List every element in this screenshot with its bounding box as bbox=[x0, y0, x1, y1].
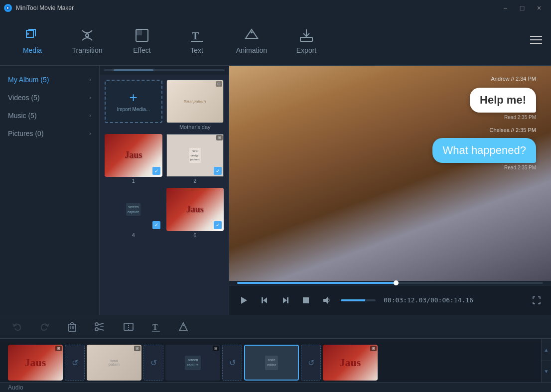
step-back-button[interactable] bbox=[258, 294, 271, 307]
timeline-transition-2[interactable]: ↺ bbox=[143, 345, 163, 381]
media-label: Media bbox=[23, 46, 42, 54]
time-display: 00:03:12.03/00:06:14.16 bbox=[384, 296, 522, 304]
split-button[interactable] bbox=[120, 320, 138, 333]
toolbar-items: Media Transition Effect T Text bbox=[5, 18, 334, 63]
import-label: Import Media... bbox=[117, 107, 150, 112]
timeline-transition-4[interactable]: ↺ bbox=[301, 345, 321, 381]
tl-1-badge: ⊞ bbox=[55, 346, 62, 351]
toolbar-media[interactable]: Media bbox=[5, 18, 60, 63]
check-badge-1: ✓ bbox=[152, 167, 160, 175]
timeline-item-1[interactable]: Jaus ⊞ bbox=[8, 345, 63, 381]
seekbar-container[interactable] bbox=[229, 281, 551, 285]
transition-label: Transition bbox=[72, 46, 103, 54]
mothers-day-wrapper: ⊞ floral pattern Mother's day bbox=[166, 80, 224, 130]
mothers-day-item[interactable]: ⊞ floral pattern bbox=[166, 80, 224, 123]
transition-icon bbox=[79, 27, 95, 43]
timeline-transition-1[interactable]: ↺ bbox=[65, 345, 85, 381]
volume-slider[interactable] bbox=[341, 299, 376, 301]
sidebar-item-music[interactable]: Music (5) › bbox=[0, 107, 99, 125]
sidebar-item-album[interactable]: My Album (5) › bbox=[0, 71, 99, 89]
restore-button[interactable]: □ bbox=[514, 1, 530, 15]
toolbar: Media Transition Effect T Text bbox=[0, 16, 551, 66]
step-forward-button[interactable] bbox=[279, 294, 292, 307]
audio-label: Audio bbox=[0, 382, 551, 392]
timeline-item-4[interactable]: codeeditor bbox=[244, 345, 299, 381]
cut-button[interactable] bbox=[91, 320, 110, 333]
text-icon: T bbox=[189, 27, 205, 43]
media-scrollbar-track[interactable] bbox=[104, 69, 225, 71]
timeline-item-2[interactable]: floralpattern ⊞ bbox=[87, 345, 141, 381]
item4-label: 4 bbox=[105, 232, 162, 238]
fullscreen-button[interactable] bbox=[530, 294, 543, 307]
svg-marker-12 bbox=[241, 297, 247, 304]
media-item-1[interactable]: Jaus ✓ bbox=[105, 134, 162, 177]
pictures-chevron: › bbox=[89, 130, 91, 137]
toolbar-transition[interactable]: Transition bbox=[60, 18, 115, 63]
delete-button[interactable] bbox=[64, 320, 81, 334]
media-item-4[interactable]: screencapture ✓ bbox=[105, 188, 162, 231]
import-media-button[interactable]: + Import Media... bbox=[105, 80, 162, 123]
svg-rect-7 bbox=[300, 37, 312, 41]
item1-label: 1 bbox=[105, 178, 162, 184]
album-chevron: › bbox=[89, 76, 91, 83]
andrew-sender: Andrew // 2:34 PM bbox=[432, 76, 536, 82]
check-badge-4: ✓ bbox=[152, 221, 160, 229]
svg-point-6 bbox=[251, 31, 253, 33]
seekbar[interactable] bbox=[237, 282, 543, 284]
volume-button[interactable] bbox=[320, 294, 333, 307]
hamburger-menu[interactable] bbox=[526, 31, 546, 50]
tl-2-badge: ⊞ bbox=[134, 346, 140, 351]
undo-button[interactable] bbox=[8, 320, 26, 334]
media-scrollbar-thumb bbox=[114, 69, 153, 71]
text-tool-button[interactable]: T bbox=[147, 320, 164, 334]
svg-point-36 bbox=[183, 325, 184, 326]
svg-marker-13 bbox=[263, 297, 267, 303]
transition-arrow-2: ↺ bbox=[150, 358, 157, 368]
timeline-scroll[interactable]: Jaus ⊞ ↺ floralpattern ⊞ ↺ screencapture… bbox=[0, 339, 551, 386]
plus-icon: + bbox=[130, 91, 138, 105]
window-controls: − □ × bbox=[497, 1, 547, 15]
tl-5-badge: ⊞ bbox=[370, 346, 377, 351]
redo-button[interactable] bbox=[36, 320, 54, 334]
minimize-button[interactable]: − bbox=[497, 1, 513, 15]
toolbar-text[interactable]: T Text bbox=[169, 18, 224, 63]
stop-button[interactable] bbox=[300, 294, 312, 306]
chat-bubble-1: Help me! bbox=[470, 88, 536, 113]
export-icon bbox=[298, 27, 314, 43]
toolbar-export[interactable]: Export bbox=[279, 18, 334, 63]
sidebar-item-pictures[interactable]: Pictures (0) › bbox=[0, 125, 99, 142]
tl-thumb-2: floralpattern bbox=[87, 345, 141, 381]
item6-label: 6 bbox=[166, 232, 224, 238]
transition-arrow-1: ↺ bbox=[72, 358, 78, 368]
tl-thumb-3: screencapture bbox=[165, 345, 220, 381]
timeline-scroll-up[interactable]: ▲ bbox=[542, 339, 551, 361]
close-button[interactable]: × bbox=[531, 1, 547, 15]
tl-3-badge: ⊞ bbox=[213, 346, 219, 351]
svg-rect-14 bbox=[262, 297, 263, 303]
titlebar: MiniTool Movie Maker − □ × bbox=[0, 0, 551, 16]
animation-tool-button[interactable] bbox=[174, 320, 192, 334]
timeline-transition-3[interactable]: ↺ bbox=[222, 345, 242, 381]
animation-label: Animation bbox=[236, 46, 267, 54]
read-receipt-1: Read 2:35 PM bbox=[432, 115, 536, 120]
bottom-toolbar: T bbox=[0, 315, 551, 339]
timeline-item-3[interactable]: screencapture ⊞ bbox=[165, 345, 220, 381]
svg-marker-15 bbox=[283, 297, 287, 303]
timeline-scroll-down[interactable]: ▼ bbox=[542, 361, 551, 383]
item2-label: 2 bbox=[166, 178, 224, 184]
export-label: Export bbox=[296, 46, 316, 54]
timeline-item-5[interactable]: Jaus ⊞ bbox=[323, 345, 378, 381]
play-button[interactable] bbox=[237, 294, 250, 307]
animation-icon bbox=[244, 27, 260, 43]
chat-bubble-2: What happened? bbox=[432, 138, 536, 163]
svg-marker-18 bbox=[323, 297, 328, 304]
videos-chevron: › bbox=[89, 94, 91, 101]
media-item-1-wrapper: Jaus ✓ 1 bbox=[105, 134, 162, 184]
toolbar-effect[interactable]: Effect bbox=[115, 18, 169, 63]
read-receipt-2: Read 2:35 PM bbox=[432, 165, 536, 170]
media-item-6[interactable]: Jaus ✓ bbox=[166, 188, 224, 231]
sidebar-item-videos[interactable]: Videos (5) › bbox=[0, 89, 99, 107]
media-item-2[interactable]: floraldesignpattern ⊞ ✓ bbox=[166, 134, 224, 177]
svg-line-29 bbox=[98, 323, 104, 325]
toolbar-animation[interactable]: Animation bbox=[224, 18, 279, 63]
